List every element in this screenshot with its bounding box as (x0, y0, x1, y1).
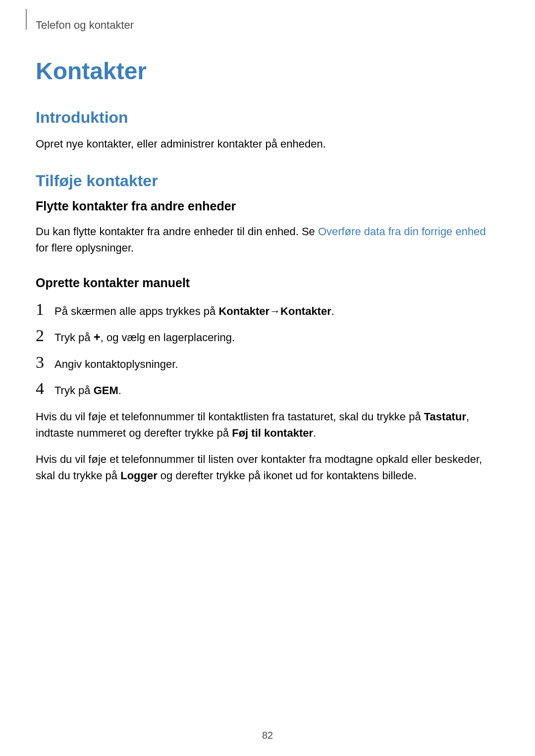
list-text-3: Angiv kontaktoplysninger. (54, 356, 178, 372)
move-contacts-pre: Du kan flytte kontakter fra andre enhede… (36, 225, 318, 238)
list-text-2: Tryk på +, og vælg en lagerplacering. (54, 328, 235, 346)
list-text-1: På skærmen alle apps trykkes på Kontakte… (54, 303, 334, 319)
breadcrumb: Telefon og kontakter (36, 19, 499, 32)
section-introduction-title: Introduktion (36, 108, 499, 127)
para1-pre: Hvis du vil føje et telefonnummer til ko… (36, 410, 424, 423)
introduction-body: Opret nye kontakter, eller administrer k… (36, 136, 499, 152)
list-number-4: 4 (36, 379, 54, 398)
section-add-contacts-title: Tilføje kontakter (36, 172, 499, 190)
step4-post: . (118, 384, 121, 397)
step4-bold: GEM (94, 384, 118, 397)
plus-icon: + (94, 330, 101, 344)
step2-pre: Tryk på (54, 331, 94, 344)
para1-post: . (313, 427, 316, 439)
para1-bold1: Tastatur (424, 410, 466, 423)
numbered-list: 1 På skærmen alle apps trykkes på Kontak… (36, 300, 499, 399)
move-contacts-post: for flere oplysninger. (36, 242, 134, 254)
step1-post: . (331, 305, 334, 317)
list-item-1: 1 På skærmen alle apps trykkes på Kontak… (36, 300, 499, 319)
subsection-move-contacts-title: Flytte kontakter fra andre enheder (36, 199, 499, 213)
subsection-create-manual-title: Oprette kontakter manuelt (36, 276, 499, 290)
paragraph-keyboard: Hvis du vil føje et telefonnummer til ko… (36, 408, 499, 441)
step1-pre: På skærmen alle apps trykkes på (54, 305, 218, 317)
main-title: Kontakter (36, 57, 499, 85)
step1-bold1: Kontakter (218, 305, 269, 317)
list-item-2: 2 Tryk på +, og vælg en lagerplacering. (36, 326, 499, 346)
para2-post: og derefter trykke på ikonet ud for kont… (158, 469, 417, 482)
step1-bold2: Kontakter (280, 305, 331, 317)
list-number-2: 2 (36, 326, 54, 345)
para1-bold2: Føj til kontakter (232, 427, 313, 439)
transfer-data-link[interactable]: Overføre data fra din forrige enhed (318, 225, 486, 238)
list-number-3: 3 (36, 353, 54, 372)
list-item-3: 3 Angiv kontaktoplysninger. (36, 353, 499, 372)
paragraph-logs: Hvis du vil føje et telefonnummer til li… (36, 451, 499, 484)
list-text-4: Tryk på GEM. (54, 382, 121, 399)
list-number-1: 1 (36, 300, 54, 319)
step4-pre: Tryk på (54, 384, 94, 397)
list-item-4: 4 Tryk på GEM. (36, 379, 499, 399)
move-contacts-body: Du kan flytte kontakter fra andre enhede… (36, 223, 499, 256)
arrow-icon: → (269, 303, 280, 319)
step2-post: , og vælg en lagerplacering. (101, 331, 235, 344)
header-divider (26, 9, 27, 30)
page-number: 82 (262, 730, 273, 741)
para2-bold: Logger (120, 469, 158, 482)
page-content: Telefon og kontakter Kontakter Introdukt… (0, 0, 535, 484)
